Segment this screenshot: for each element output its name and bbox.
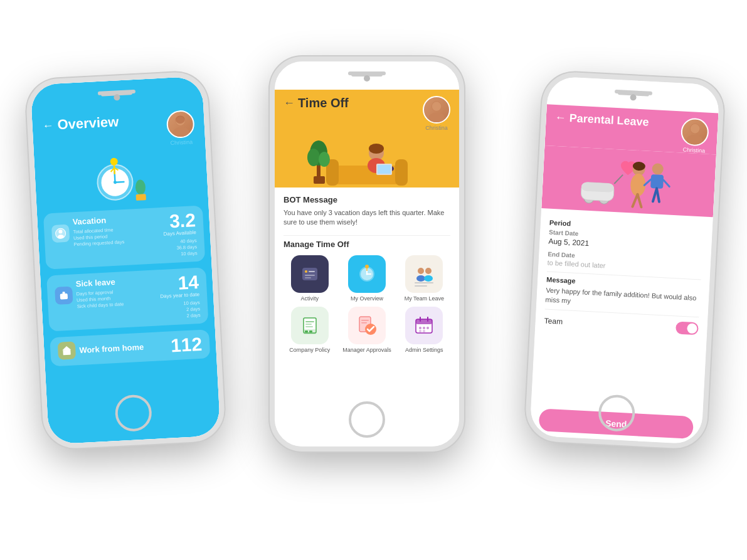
- vacation-title: Vacation: [72, 214, 124, 226]
- svg-rect-57: [415, 285, 427, 287]
- svg-rect-66: [361, 320, 369, 321]
- parental-back-arrow[interactable]: ←: [554, 111, 566, 125]
- svg-rect-59: [305, 321, 314, 322]
- svg-line-89: [637, 194, 642, 207]
- svg-rect-34: [378, 165, 391, 174]
- timeoff-avatar[interactable]: [423, 96, 450, 124]
- sick-icon: [55, 286, 73, 304]
- wfh-card-right: 112: [170, 335, 203, 356]
- parental-avatar[interactable]: [681, 117, 709, 146]
- vacation-numbers: 40 days 36.8 days 10 days: [164, 238, 198, 258]
- icon-item-company[interactable]: Company Policy: [283, 307, 336, 353]
- svg-rect-84: [581, 182, 615, 193]
- svg-rect-64: [309, 330, 312, 332]
- vacation-card[interactable]: Vacation Total allocated time Used this …: [43, 205, 205, 269]
- svg-rect-56: [415, 282, 433, 283]
- parental-body: Period Start Date Aug 5, 2021 End Date t…: [531, 208, 713, 412]
- svg-point-76: [419, 330, 421, 332]
- icon-item-admin[interactable]: Admin Settings: [398, 307, 450, 353]
- phone2-camera: [364, 75, 370, 82]
- sick-card[interactable]: Sick leave Days for approval Used this m…: [46, 267, 208, 331]
- overview-screen: ← Overview Chri: [30, 76, 221, 445]
- svg-line-94: [656, 189, 660, 202]
- company-label: Company Policy: [289, 347, 330, 353]
- svg-point-91: [652, 163, 664, 175]
- wfh-num: 112: [170, 335, 203, 356]
- overview-avatar-wrapper: Christina: [166, 110, 196, 146]
- parental-illustration: [541, 145, 716, 217]
- sick-title: Sick leave: [75, 277, 122, 288]
- wfh-title: Work from home: [79, 342, 144, 354]
- vacation-icon: [51, 224, 70, 242]
- overview-avatar[interactable]: [166, 110, 195, 139]
- timeoff-avatar-name: Christina: [425, 125, 448, 131]
- overview-title: ← Overview: [42, 114, 119, 134]
- company-icon-box: [291, 307, 329, 344]
- icon-grid: Activity: [283, 255, 450, 353]
- divider: [283, 235, 450, 236]
- manager-icon-box: [348, 307, 386, 344]
- scene: ← Overview Chri: [0, 0, 747, 560]
- phone-btn-vol-down: [29, 192, 33, 214]
- phone-overview: ← Overview Chri: [25, 71, 226, 450]
- end-date-field: End Date to be filled out later: [547, 251, 702, 275]
- admin-icon-box: [405, 307, 443, 344]
- svg-point-52: [418, 268, 424, 274]
- phone-parental: ← Parental Leave Christina: [524, 71, 725, 450]
- sick-num: 14: [159, 273, 199, 293]
- phone3-btn-vol-up: [537, 151, 541, 173]
- back-arrow-icon[interactable]: ←: [42, 119, 54, 132]
- timeoff-title-group: ← Time Off: [283, 96, 349, 110]
- svg-rect-39: [314, 176, 325, 184]
- wfh-card[interactable]: Work from home 112: [50, 329, 210, 366]
- sick-numbers: 10 days 2 days 2 days: [161, 300, 201, 320]
- svg-point-73: [419, 327, 421, 329]
- timeoff-illustration: [275, 131, 459, 188]
- phone2-btn-vol-down: [270, 168, 271, 190]
- parental-avatar-wrapper: Christina: [680, 117, 709, 154]
- manage-title: Manage Time Off: [283, 240, 450, 249]
- phone2-btn-power: [463, 156, 464, 193]
- phone-btn-power: [211, 169, 215, 207]
- svg-rect-44: [305, 277, 311, 278]
- svg-marker-22: [62, 346, 71, 351]
- svg-point-13: [135, 179, 146, 195]
- phone-screen-overview: ← Overview Chri: [30, 76, 221, 445]
- vacation-details: Total allocated time Used this period Pe…: [73, 226, 124, 247]
- team-toggle-row: Team: [544, 314, 699, 335]
- vacation-card-left: Vacation Total allocated time Used this …: [51, 214, 124, 249]
- svg-rect-63: [305, 330, 308, 332]
- svg-point-74: [423, 327, 425, 329]
- svg-line-96: [663, 180, 670, 187]
- send-button[interactable]: Send: [539, 408, 694, 439]
- icon-item-manager[interactable]: Manager Approvals: [341, 307, 393, 353]
- admin-label: Admin Settings: [405, 347, 443, 353]
- svg-rect-60: [305, 324, 312, 325]
- vacation-num: 3.2: [162, 211, 196, 231]
- timeoff-back-arrow[interactable]: ←: [283, 97, 295, 110]
- phone2-btn-vol-up: [270, 137, 271, 159]
- timeoff-label: Time Off: [298, 96, 349, 110]
- sick-sub: Days year to date: [160, 292, 199, 299]
- svg-point-55: [424, 275, 433, 282]
- overview-avatar-name: Christina: [170, 139, 193, 146]
- icon-item-overview[interactable]: My Overview: [341, 255, 393, 302]
- svg-point-24: [428, 113, 444, 123]
- icon-item-activity[interactable]: Activity: [283, 255, 336, 302]
- svg-line-10: [114, 166, 115, 174]
- sick-card-right: 14 Days year to date 10 days 2 days 2 da…: [159, 273, 201, 320]
- overview-icon-box: [348, 255, 386, 293]
- svg-rect-92: [650, 174, 664, 189]
- timeoff-title: ← Time Off: [283, 96, 349, 110]
- team-toggle[interactable]: [675, 321, 699, 335]
- icon-item-teamleave[interactable]: My Team Leave: [398, 255, 450, 302]
- phone-btn-vol-up: [28, 161, 31, 182]
- vacation-card-right: 3.2 Days Available 40 days 36.8 days 10 …: [162, 211, 198, 258]
- teamleave-icon-box: [405, 255, 443, 293]
- overview-title-group: ← Overview: [42, 114, 119, 134]
- svg-rect-20: [62, 292, 65, 295]
- svg-point-37: [307, 149, 320, 166]
- overview-illustration: [34, 149, 208, 208]
- my-overview-label: My Overview: [351, 295, 383, 302]
- svg-point-25: [432, 102, 442, 111]
